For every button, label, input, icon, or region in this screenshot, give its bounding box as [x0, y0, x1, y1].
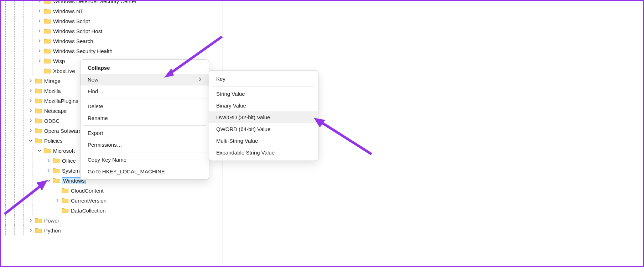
menu-new[interactable]: New [80, 74, 209, 85]
tree-lines [1, 106, 28, 116]
tree-lines [1, 66, 37, 76]
chevron-down-icon[interactable] [46, 178, 51, 183]
tree-lines [1, 156, 46, 166]
tree-item-label: CloudContent [71, 188, 104, 194]
folder-icon [44, 148, 51, 153]
folder-icon [53, 168, 60, 173]
menu-label: Delete [88, 103, 103, 109]
chevron-right-icon[interactable] [37, 18, 42, 24]
chevron-down-icon[interactable] [28, 138, 33, 143]
submenu-qword[interactable]: QWORD (64-bit) Value [209, 123, 318, 135]
folder-icon [35, 128, 42, 134]
menu-copy-key-name[interactable]: Copy Key Name [80, 154, 209, 166]
tree-item[interactable]: Python [1, 225, 223, 235]
tree-lines [1, 26, 37, 36]
submenu-binary-value[interactable]: Binary Value [209, 100, 318, 111]
chevron-down-icon[interactable] [37, 148, 42, 153]
folder-icon [44, 8, 51, 14]
menu-label: Permissions… [88, 142, 122, 148]
tree-item[interactable]: Windows Security Health [1, 46, 223, 56]
menu-label: Key [216, 76, 225, 82]
folder-icon [62, 198, 69, 203]
tree-lines [1, 76, 28, 86]
tree-lines [1, 96, 28, 106]
tree-item-label: ODBC [44, 118, 59, 124]
chevron-right-icon[interactable] [37, 8, 42, 14]
tree-lines [1, 146, 37, 156]
chevron-right-icon[interactable] [37, 28, 42, 34]
submenu-expand-string[interactable]: Expandable String Value [209, 147, 318, 158]
chevron-right-icon[interactable] [37, 48, 42, 54]
tree-item[interactable]: Windows Defender Security Center [1, 0, 223, 6]
submenu-multi-string[interactable]: Multi-String Value [209, 135, 318, 147]
chevron-right-icon[interactable] [46, 168, 51, 173]
chevron-right-icon[interactable] [37, 58, 42, 64]
chevron-right-icon[interactable] [37, 38, 42, 44]
tree-item-label: XboxLive [53, 68, 75, 74]
tree-item[interactable]: Windows Script [1, 16, 223, 26]
chevron-right-icon [199, 77, 202, 83]
folder-icon [62, 188, 69, 193]
tree-item[interactable]: CurrentVersion [1, 195, 223, 205]
chevron-right-icon[interactable] [28, 78, 33, 84]
folder-icon [44, 38, 51, 44]
submenu-string-value[interactable]: String Value [209, 88, 318, 100]
folder-icon [44, 18, 51, 24]
chevron-right-icon[interactable] [28, 118, 33, 124]
submenu-key[interactable]: Key [209, 73, 318, 85]
tree-item[interactable]: Windows NT [1, 6, 223, 16]
tree-item[interactable]: DataCollection [1, 205, 223, 215]
chevron-right-icon[interactable] [28, 218, 33, 223]
folder-icon [44, 58, 51, 64]
menu-delete[interactable]: Delete [80, 100, 209, 112]
tree-item[interactable]: CloudContent [1, 185, 223, 195]
tree-lines [1, 126, 28, 136]
tree-lines [1, 185, 54, 195]
folder-icon [62, 208, 69, 213]
menu-rename[interactable]: Rename [80, 112, 209, 124]
menu-label: Collapse [88, 65, 110, 71]
folder-icon [35, 118, 42, 124]
tree-lines [1, 205, 54, 215]
tree-item[interactable]: Windows Script Host [1, 26, 223, 36]
menu-label: Export [88, 130, 103, 136]
chevron-right-icon[interactable] [28, 227, 33, 233]
folder-icon [35, 98, 42, 104]
tree-lines [1, 36, 37, 46]
tree-item[interactable]: Power [1, 215, 223, 225]
chevron-right-icon[interactable] [54, 198, 60, 203]
tree-item-label: Wisp [53, 58, 65, 64]
menu-label: New [88, 77, 98, 83]
tree-item-label: Microsoft [53, 148, 75, 154]
tree-lines [1, 166, 46, 176]
menu-label: Rename [88, 115, 108, 121]
chevron-right-icon[interactable] [37, 0, 42, 4]
menu-label: Expandable String Value [216, 150, 275, 156]
chevron-right-icon[interactable] [46, 158, 51, 163]
chevron-right-icon[interactable] [28, 128, 33, 134]
folder-icon [35, 78, 42, 84]
tree-item-label: Windows Script [53, 18, 90, 24]
folder-icon [35, 138, 42, 143]
menu-goto[interactable]: Go to HKEY_LOCAL_MACHINE [80, 166, 209, 177]
folder-icon [44, 0, 51, 4]
tree-lines [1, 56, 37, 66]
menu-export[interactable]: Export [80, 127, 209, 139]
chevron-right-icon[interactable] [28, 108, 33, 114]
menu-collapse[interactable]: Collapse [80, 62, 209, 74]
menu-permissions[interactable]: Permissions… [80, 139, 209, 151]
chevron-right-icon[interactable] [28, 88, 33, 94]
menu-separator [83, 125, 206, 126]
tree-lines [1, 116, 28, 126]
tree-item[interactable]: Windows Search [1, 36, 223, 46]
chevron-right-icon[interactable] [28, 98, 33, 104]
tree-item-label: Windows NT [53, 8, 83, 14]
tree-item-label: Power [44, 218, 59, 224]
menu-label: DWORD (32-bit) Value [216, 114, 270, 120]
tree-item-label: Python [44, 227, 61, 234]
submenu-dword[interactable]: DWORD (32-bit) Value [209, 111, 318, 123]
tree-item-label: MozillaPlugins [44, 98, 78, 104]
menu-find[interactable]: Find… [80, 85, 209, 97]
annotation-arrow-2 [311, 115, 375, 159]
folder-icon [35, 227, 42, 233]
